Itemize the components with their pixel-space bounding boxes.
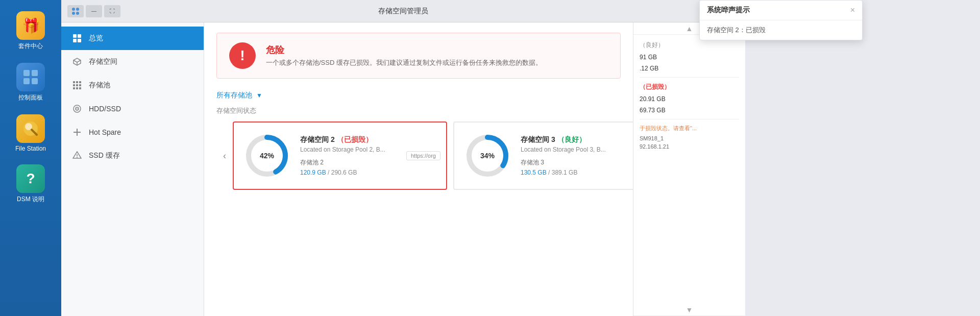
titlebar-icon-logo bbox=[67, 5, 84, 17]
alert-text: 危险 一个或多个存储池/SSD 缓存已损毁。我们建议通过复制文件或运行备份任务来… bbox=[266, 44, 542, 67]
overview-icon bbox=[71, 33, 83, 44]
panel-val2: .12 GB bbox=[640, 65, 658, 72]
dropdown-arrow-icon[interactable]: ▼ bbox=[256, 92, 262, 99]
svg-rect-1 bbox=[32, 70, 38, 76]
svg-rect-13 bbox=[73, 39, 77, 42]
nav-hdd-ssd[interactable]: HDD/SSD bbox=[61, 97, 204, 120]
card-total-sep-space2: / bbox=[328, 169, 331, 176]
hdd-ssd-icon bbox=[71, 103, 83, 114]
panel-status-bad-label: （已损毁） bbox=[640, 83, 670, 91]
dsm-help-icon: ? bbox=[16, 164, 45, 193]
nav-hot-spare-label: Hot Spare bbox=[89, 128, 121, 136]
card-info-space3: 存储空间 3 （良好） Located on Storage Pool 3, B… bbox=[521, 135, 633, 176]
nav-ssd-cache[interactable]: SSD 缓存 bbox=[61, 144, 204, 167]
svg-rect-19 bbox=[73, 84, 75, 86]
nav-ssd-cache-label: SSD 缓存 bbox=[89, 151, 120, 160]
control-panel-icon bbox=[16, 63, 45, 91]
notif-header: 系统哗声提示 × bbox=[700, 1, 862, 20]
left-nav: 总览 存储空间 bbox=[61, 22, 204, 316]
svg-point-27 bbox=[77, 108, 78, 109]
card-usage-space2: 120.9 GB / 290.6 GB bbox=[300, 169, 436, 176]
section-header: 所有存储池 ▼ bbox=[216, 91, 621, 100]
file-station-label: File Station bbox=[15, 145, 46, 152]
panel-status-good-label: （良好） bbox=[640, 41, 664, 50]
url-bar-hint: https://org bbox=[406, 151, 440, 160]
nav-storage-pool-label: 存储池 bbox=[89, 81, 110, 90]
svg-rect-2 bbox=[23, 78, 30, 84]
svg-rect-24 bbox=[79, 87, 81, 89]
app-body: 总览 存储空间 bbox=[61, 22, 745, 316]
section-label: 存储空间状态 bbox=[216, 106, 621, 115]
section-title[interactable]: 所有存储池 bbox=[216, 91, 252, 100]
prev-card-btn[interactable]: ‹ bbox=[216, 148, 233, 164]
nav-hdd-ssd-label: HDD/SSD bbox=[89, 105, 121, 113]
nav-storage-space-label: 存储空间 bbox=[89, 57, 117, 66]
svg-point-7 bbox=[72, 8, 75, 11]
svg-rect-12 bbox=[78, 34, 81, 38]
svg-rect-23 bbox=[76, 87, 78, 89]
alert-banner: ! 危险 一个或多个存储池/SSD 缓存已损毁。我们建议通过复制文件或运行备份任… bbox=[216, 33, 621, 79]
donut-chart-space3: 34% bbox=[464, 133, 510, 179]
panel-row-status-good: （良好） bbox=[640, 39, 739, 52]
nav-storage-pool[interactable]: 存储池 bbox=[61, 74, 204, 97]
card-name-space3: 存储空间 3 bbox=[521, 135, 557, 143]
svg-point-10 bbox=[76, 12, 79, 15]
desktop-sidebar: 🎁 套件中心 控制面板 File Station ? DSM 说明 bbox=[0, 0, 61, 316]
storage-card-space3: 34% 存储空间 3 （良好） Located on Storage Pool … bbox=[453, 121, 633, 190]
main-content: ! 危险 一个或多个存储池/SSD 缓存已损毁。我们建议通过复制文件或运行备份任… bbox=[204, 22, 633, 316]
notif-title: 系统哗声提示 bbox=[707, 6, 750, 15]
panel-divider1 bbox=[640, 77, 739, 78]
svg-rect-21 bbox=[79, 84, 81, 86]
svg-point-8 bbox=[76, 8, 79, 11]
alert-icon: ! bbox=[229, 42, 256, 69]
app-title: 存储空间管理员 bbox=[378, 7, 428, 16]
panel-row-status-bad: （已损毁） bbox=[640, 81, 739, 93]
titlebar-minimize-btn[interactable]: — bbox=[86, 5, 102, 17]
panel-row-val3: 20.91 GB bbox=[640, 93, 739, 105]
nav-overview[interactable]: 总览 bbox=[61, 27, 204, 50]
notif-body: 存储空间 2：已损毁 bbox=[700, 20, 862, 40]
nav-storage-space[interactable]: 存储空间 bbox=[61, 50, 204, 74]
package-center-label: 套件中心 bbox=[18, 42, 43, 51]
notification-popup: 系统哗声提示 × 存储空间 2：已损毁 bbox=[699, 0, 863, 40]
nav-hot-spare[interactable]: Hot Spare bbox=[61, 120, 204, 144]
right-panel-scroll: （良好） 91 GB .12 GB （已损毁） 20.91 GB 69.73 G… bbox=[633, 35, 745, 304]
svg-rect-18 bbox=[79, 81, 81, 83]
card-title-space3: 存储空间 3 （良好） bbox=[521, 135, 633, 144]
card-total-space3: 389.1 GB bbox=[552, 169, 578, 176]
svg-rect-17 bbox=[76, 81, 78, 83]
package-center-icon: 🎁 bbox=[16, 11, 45, 40]
svg-rect-14 bbox=[78, 39, 81, 42]
ssd-cache-icon bbox=[71, 150, 83, 161]
panel-device1: SM918_1 bbox=[640, 134, 739, 142]
card-usage-space3: 130.5 GB / 389.1 GB bbox=[521, 169, 633, 176]
svg-rect-11 bbox=[73, 34, 77, 38]
notif-close-btn[interactable]: × bbox=[850, 6, 855, 15]
desktop-icon-dsm[interactable]: ? DSM 说明 bbox=[0, 158, 61, 210]
svg-point-9 bbox=[72, 12, 75, 15]
desktop-icon-package[interactable]: 🎁 套件中心 bbox=[0, 5, 61, 57]
desktop-icon-filestation[interactable]: File Station bbox=[0, 108, 61, 158]
app-titlebar: — ⛶ 存储空间管理员 bbox=[61, 0, 745, 22]
card-name-space2: 存储空间 2 bbox=[300, 135, 337, 143]
scroll-down-btn[interactable]: ▼ bbox=[633, 304, 745, 316]
card-total-sep-space3: / bbox=[548, 169, 552, 176]
alert-title: 危险 bbox=[266, 44, 542, 56]
file-station-icon bbox=[16, 114, 45, 143]
titlebar-maximize-btn[interactable]: ⛶ bbox=[104, 5, 120, 17]
desktop-icon-control[interactable]: 控制面板 bbox=[0, 57, 61, 108]
svg-rect-22 bbox=[73, 87, 75, 89]
card-location-space3: Located on Storage Pool 3, B... bbox=[521, 146, 633, 153]
alert-exclamation: ! bbox=[240, 48, 244, 63]
alert-desc: 一个或多个存储池/SSD 缓存已损毁。我们建议通过复制文件或运行备份任务来挽救您… bbox=[266, 58, 542, 67]
right-panel: ▲ （良好） 91 GB .12 GB （已损毁） 20.91 GB bbox=[633, 22, 745, 316]
svg-rect-20 bbox=[76, 84, 78, 86]
svg-rect-0 bbox=[23, 70, 30, 76]
storage-space-icon bbox=[71, 56, 83, 67]
card-used-space3: 130.5 GB bbox=[521, 169, 547, 176]
storage-cards: ‹ 42% 存储空间 2 （已损毁） bbox=[216, 121, 621, 190]
panel-val4: 69.73 GB bbox=[640, 107, 666, 114]
panel-device2: 92.168.1.21 bbox=[640, 142, 739, 151]
card-title-space2: 存储空间 2 （已损毁） bbox=[300, 135, 436, 144]
card-pool-space3: 存储池 3 bbox=[521, 158, 633, 167]
